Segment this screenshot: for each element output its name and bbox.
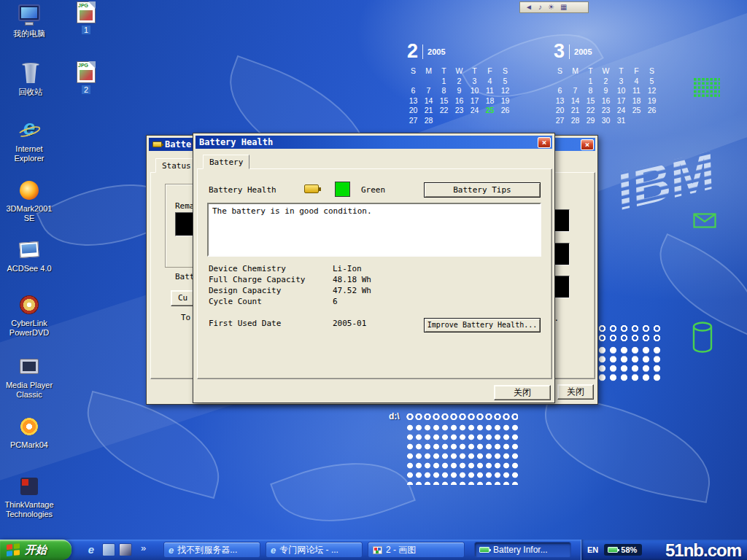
desktop-icon-recycle-bin[interactable]: 回收站 [3,61,58,97]
calendar-day [436,116,452,126]
desktop-file-1[interactable]: JPG 1 [64,1,108,34]
calendar-month-header: 2 2005 [406,42,516,61]
taskbar-task-server-not-found[interactable]: 找不到服务器... [163,542,260,558]
calendar-day [467,116,482,126]
battery-percent: 58% [621,545,637,554]
brightness-icon[interactable] [548,2,554,12]
calendar-day: 23 [598,106,614,116]
taskbar-task-forum[interactable]: 专门网论坛 - ... [266,542,363,558]
calendar-day: 5 [498,77,513,87]
tab-status[interactable]: Status [155,158,198,173]
desktop-icon-powerdvd[interactable]: CyberLink PowerDVD [1,292,57,337]
improve-battery-health-button[interactable]: Improve Battery Health... [424,318,541,332]
battery-tab-page [197,168,552,379]
calendar-day: 12 [644,86,659,96]
desktop-icon-acdsee[interactable]: ACDSee 4.0 [1,238,57,273]
calendar-day [452,116,467,126]
calendar-grid: SMTWTFS123456789101112131415161718192021… [406,66,516,125]
calendar-day [406,77,421,87]
calendar-day: 3 [467,77,482,87]
calendar-day: 15 [436,96,452,106]
halftone-dots [406,423,518,485]
icon-label: Media Player Classic [1,381,57,399]
leaf-decoration [534,394,720,503]
field-value: 47.52 Wh [333,286,371,295]
tab-battery[interactable]: Battery [203,155,249,169]
task-label: 2 - 画图 [386,544,416,556]
calendar-day: 22 [583,106,598,116]
quicklaunch-media-player-icon[interactable] [119,543,132,556]
taskbar-task-paint[interactable]: 2 - 画图 [368,542,465,558]
halftone-dots [597,324,665,344]
close-icon[interactable] [581,139,594,150]
calendar-day: 24 [467,106,482,116]
battery-icon [479,547,489,553]
calendar-day [482,116,498,126]
quicklaunch-overflow-icon[interactable] [141,542,146,553]
jpg-thumbnail [80,10,93,20]
calendar-day: 7 [421,86,436,96]
calendar-day: 19 [644,96,659,106]
desktop-icon-my-computer[interactable]: 我的电脑 [1,3,57,39]
calendar-weekday: S [552,66,568,77]
calendar-day: 24 [614,106,629,116]
desktop-file-2[interactable]: JPG 2 [64,61,108,94]
icon-label: ThinkVantage Technologies [1,500,57,518]
close-button-back[interactable]: 关闭 [557,384,594,400]
calendar-day: 23 [452,106,467,116]
calendar-day: 25 [629,106,644,116]
desktop-icon-thinkvantage[interactable]: ThinkVantage Technologies [1,474,57,518]
taskbar-task-battery-information[interactable]: Battery Infor... [474,542,571,558]
calendar-day: 1 [583,77,598,87]
task-label: 专门网论坛 - ... [279,544,338,556]
calendar-day: 14 [421,96,436,106]
pcmark-icon [17,414,42,439]
quicklaunch-ie-icon[interactable] [85,543,98,556]
calendar-weekday: M [421,66,436,77]
desktop-icon-pcmark04[interactable]: PCMark04 [1,414,57,450]
desktop-icon-3dmark2001[interactable]: 3DMark2001 SE [1,178,57,222]
calendar-day: 7 [568,86,583,96]
current-button[interactable]: Cu [171,290,195,306]
paint-icon [373,546,382,554]
desktop-icon-internet-explorer[interactable]: Internet Explorer [1,118,57,163]
internet-explorer-icon [17,118,42,143]
icon-label: ACDSee 4.0 [1,264,57,273]
calendar-month-number: 3 [554,42,565,61]
desktop-icon-media-player-classic[interactable]: Media Player Classic [1,354,57,399]
calendar-day: 8 [583,86,598,96]
calendar-divider [422,44,423,59]
file-label: 2 [64,85,108,94]
close-icon[interactable] [538,137,551,148]
language-indicator[interactable]: EN [587,545,598,554]
calendar-month-header: 3 2005 [552,42,663,61]
calendar-day: 18 [482,96,498,106]
recycle-bin-icon [18,61,43,86]
note-icon[interactable] [538,2,542,12]
calendar-weekday: S [644,66,659,77]
calendar-day: 28 [421,116,436,126]
volume-icon[interactable] [525,2,533,12]
calendar-day: 30 [598,116,614,126]
calendar-day: 19 [498,96,513,106]
drive-label: d:\ [389,411,400,421]
display-icon[interactable] [560,2,567,12]
close-button[interactable]: 关闭 [494,385,551,400]
field-label: Device Chemistry [209,264,286,273]
calendar-day: 9 [598,86,614,96]
calendar-day: 4 [482,77,498,87]
calendar-day: 3 [614,77,629,87]
jpg-file-icon: JPG [77,61,96,83]
calendar-day: 6 [552,86,568,96]
calendar-day [644,116,659,126]
battery-tips-button[interactable]: Battery Tips [424,182,541,198]
start-button[interactable]: 开始 [0,540,71,560]
tray-battery-indicator[interactable]: 58% [604,544,642,556]
calendar-weekday: T [583,66,598,77]
calendar-day: 2 [598,77,614,87]
calendar-weekday: F [482,66,498,77]
windows-flag-icon [7,543,20,557]
calendar-weekday: S [498,66,513,77]
quicklaunch-show-desktop-icon[interactable] [102,543,115,556]
calendar-day: 14 [568,96,583,106]
